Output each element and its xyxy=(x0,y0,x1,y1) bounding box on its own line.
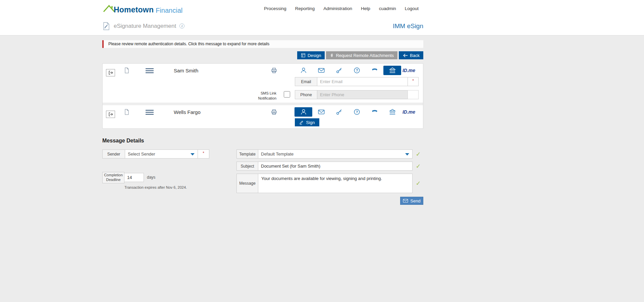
email-input[interactable] xyxy=(317,77,408,86)
message-details-heading: Message Details xyxy=(102,138,144,144)
document-count-icon[interactable] xyxy=(123,108,130,116)
message-label: Message xyxy=(236,174,258,193)
template-select[interactable]: Default Template xyxy=(258,149,413,159)
top-navigation: Processing Reporting Administration Help… xyxy=(264,0,419,17)
nav-processing[interactable]: Processing xyxy=(264,6,286,11)
idme-option[interactable]: ID.me xyxy=(401,66,417,75)
email-field-label: Email xyxy=(295,77,317,86)
print-icon[interactable] xyxy=(270,67,278,74)
phone-indicator-box xyxy=(408,90,419,99)
message-valid-check-icon: ✓ xyxy=(414,174,423,193)
security-question-icon[interactable]: ? xyxy=(348,66,366,75)
party-row-sam-smith: Sam Smith xyxy=(103,64,423,103)
sender-label: Sender xyxy=(102,149,125,159)
subject-label: Subject xyxy=(236,162,258,171)
template-valid-check-icon: ✓ xyxy=(414,149,423,159)
sender-select[interactable]: Select Sender xyxy=(125,149,198,159)
nav-administration[interactable]: Administration xyxy=(323,6,352,11)
idme-option[interactable]: ID.me xyxy=(401,107,417,117)
document-count-icon[interactable] xyxy=(123,67,130,74)
expiry-note: Transaction expires after Nov 6, 2024. xyxy=(124,185,187,189)
subject-input[interactable] xyxy=(258,162,413,171)
logo-text-primary: Hometown xyxy=(114,5,154,14)
back-arrow-icon xyxy=(402,53,408,58)
parties-panel: Sam Smith xyxy=(102,63,423,129)
sender-selected-value: Select Sender xyxy=(125,150,198,158)
signing-options: ? ID.me xyxy=(294,66,417,75)
chevron-down-icon xyxy=(405,153,409,156)
alert-banner[interactable]: Please review remote authentication deta… xyxy=(102,40,423,48)
paperclip-icon xyxy=(330,53,334,58)
remote-authentication-bank-icon[interactable] xyxy=(383,66,401,75)
party-row-wells-fargo: Wells Fargo xyxy=(103,105,423,128)
logo-text-secondary: Financial xyxy=(156,7,182,14)
security-question-icon[interactable]: ? xyxy=(348,107,366,117)
pen-icon xyxy=(299,120,304,125)
idme-logo: ID.me xyxy=(402,109,415,115)
send-button[interactable]: Send xyxy=(400,197,423,205)
back-button[interactable]: Back xyxy=(399,51,423,59)
subject-valid-check-icon: ✓ xyxy=(414,162,423,171)
reorder-handle-icon[interactable] xyxy=(146,68,154,73)
message-textarea[interactable]: Your documents are available for viewing… xyxy=(258,174,413,193)
svg-text:?: ? xyxy=(356,110,358,114)
page-title: eSignature Management xyxy=(114,23,176,29)
email-delivery-icon[interactable] xyxy=(312,107,330,117)
chevron-down-icon xyxy=(191,153,195,156)
phone-call-icon[interactable] xyxy=(366,66,383,75)
nav-user-cuadmin[interactable]: cuadmin xyxy=(379,6,396,11)
days-label: days xyxy=(147,173,155,182)
completion-deadline-label: Completion Deadline xyxy=(102,172,124,183)
phone-field-label: Phone xyxy=(295,90,317,99)
nav-reporting[interactable]: Reporting xyxy=(295,6,315,11)
template-selected-value: Default Template xyxy=(258,150,412,158)
completion-deadline-input[interactable] xyxy=(124,173,144,182)
push-signer-button[interactable] xyxy=(106,69,115,76)
design-icon xyxy=(301,53,306,58)
svg-text:?: ? xyxy=(356,69,358,72)
password-key-icon[interactable] xyxy=(330,66,348,75)
reorder-handle-icon[interactable] xyxy=(146,110,154,115)
nav-logout[interactable]: Logout xyxy=(405,6,419,11)
remote-authentication-bank-icon[interactable] xyxy=(383,107,401,117)
party-name: Sam Smith xyxy=(174,64,198,77)
signing-options: ? ID.me xyxy=(294,107,417,117)
brand-imm-esign: IMM eSign xyxy=(393,22,423,30)
signer-person-icon[interactable] xyxy=(294,107,312,117)
print-icon[interactable] xyxy=(270,108,278,116)
idme-logo: ID.me xyxy=(402,68,415,73)
email-delivery-icon[interactable] xyxy=(312,66,330,75)
sms-link-notification-label: SMS Link Notification xyxy=(248,91,276,101)
sms-link-notification-checkbox[interactable] xyxy=(284,91,290,98)
top-bar: Hometown Financial Processing Reporting … xyxy=(0,0,644,17)
esign-document-icon xyxy=(102,22,110,31)
push-arrow-icon xyxy=(108,112,113,117)
info-icon[interactable]: i xyxy=(179,23,184,28)
page-header: eSignature Management i IMM eSign xyxy=(0,17,644,36)
phone-call-icon[interactable] xyxy=(366,107,383,117)
push-arrow-icon xyxy=(108,70,113,75)
password-key-icon[interactable] xyxy=(330,107,348,117)
send-envelope-icon xyxy=(403,199,408,203)
party-name: Wells Fargo xyxy=(174,105,201,119)
toolbar: Design Request Remote Attachments Back xyxy=(297,51,423,59)
email-required-indicator: * xyxy=(408,77,419,86)
design-button[interactable]: Design xyxy=(297,51,325,59)
sender-required-indicator: * xyxy=(198,149,209,159)
request-remote-attachments-button[interactable]: Request Remote Attachments xyxy=(326,51,397,59)
push-signer-button[interactable] xyxy=(106,111,115,118)
nav-help[interactable]: Help xyxy=(361,6,370,11)
template-label: Template xyxy=(236,149,258,159)
signer-person-icon[interactable] xyxy=(294,66,312,75)
phone-input[interactable] xyxy=(317,90,408,99)
sign-button[interactable]: Sign xyxy=(295,118,319,126)
company-logo[interactable]: Hometown Financial xyxy=(102,3,182,14)
